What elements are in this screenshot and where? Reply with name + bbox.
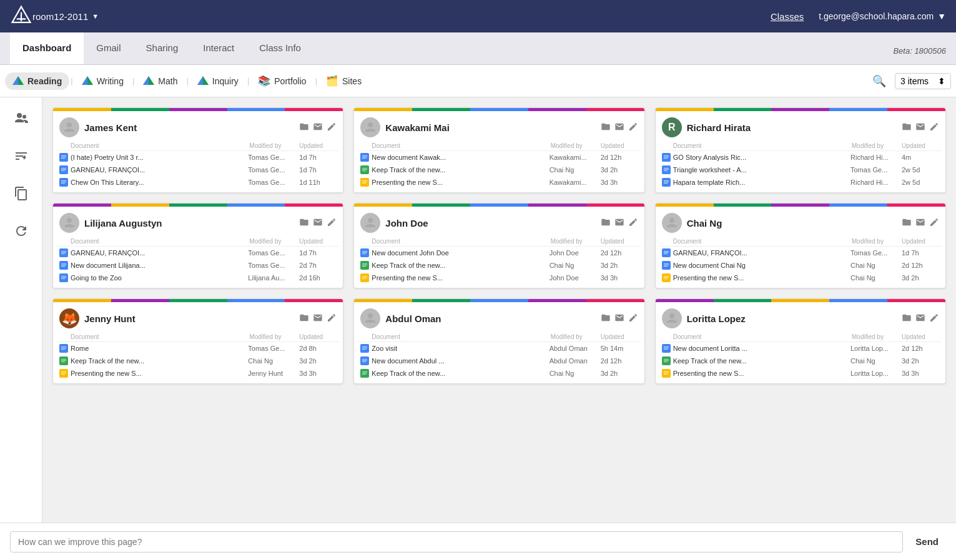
doc-row[interactable]: Presenting the new S...Chai Ng3d 2h [659,272,942,284]
folder-icon[interactable] [601,313,611,325]
doc-row[interactable]: Presenting the new S...John Doe3d 3h [358,272,640,284]
doc-row[interactable]: Triangle worksheet - A...Tomas Ge...2w 5… [659,164,942,176]
doc-table: DocumentModified byUpdatedRomeTomas Ge..… [53,332,343,383]
doc-table-header: DocumentModified byUpdated [659,332,942,342]
edit-icon[interactable] [929,313,939,325]
doc-row[interactable]: Presenting the new S...Loritta Lop...3d … [659,367,942,380]
folder-icon[interactable] [299,217,309,229]
doc-blue-icon [360,344,369,353]
doc-row[interactable]: Hapara template Rich...Richard Hi...2w 5… [659,176,942,189]
filter-portfolio[interactable]: 📚 Portfolio [250,71,313,91]
doc-row[interactable]: Chew On This Literary...Tomas Ge...1d 11… [57,176,339,189]
edit-icon[interactable] [628,313,638,325]
filter-sites[interactable]: 🗂️ Sites [318,71,369,91]
doc-row[interactable]: Zoo visitAbdul Oman5h 14m [358,342,640,355]
doc-row[interactable]: Presenting the new S...Jenny Hunt3d 3h [57,367,339,380]
student-grid: James KentDocumentModified byUpdated(I h… [42,97,956,523]
classes-link[interactable]: Classes [771,11,804,22]
student-card: Kawakami MaiDocumentModified byUpdatedNe… [353,107,644,193]
doc-row[interactable]: Going to the ZooLilijana Au...2d 16h [57,272,339,284]
beta-label: Beta: 1800506 [893,46,946,64]
svg-rect-23 [61,170,65,171]
refresh-icon[interactable] [10,220,32,242]
mail-icon[interactable] [614,217,624,229]
send-button[interactable]: Send [908,531,946,552]
edit-icon[interactable] [628,122,638,134]
search-button[interactable]: 🔍 [869,71,890,92]
doc-modified-by: Chai Ng [850,357,900,365]
room-selector[interactable]: room12-2011 ▼ [32,11,99,22]
filter-writing[interactable]: Writing [74,72,131,90]
mail-icon[interactable] [915,217,925,229]
students-icon[interactable] [10,107,32,130]
doc-row[interactable]: GARNEAU, FRANÇOI...Tomas Ge...1d 7h [57,164,339,176]
tab-interact[interactable]: Interact [190,32,247,64]
folder-icon[interactable] [902,122,912,134]
svg-rect-54 [61,277,66,278]
doc-modified-by: Richard Hi... [850,154,900,161]
folder-icon[interactable] [902,217,912,229]
mail-icon[interactable] [313,122,323,134]
student-name: Abdul Oman [385,313,595,324]
doc-row[interactable]: New document John DoeJohn Doe2d 12h [358,247,640,259]
tab-gmail[interactable]: Gmail [84,32,133,64]
doc-row[interactable]: New document Kawak...Kawakami...2d 12h [358,151,640,164]
sidebar [0,97,42,523]
student-card: John DoeDocumentModified byUpdatedNew do… [353,203,644,288]
svg-rect-44 [664,182,669,182]
edit-icon[interactable] [327,313,337,325]
sort-icon[interactable] [10,145,32,167]
doc-row[interactable]: New document Chai NgChai Ng2d 12h [659,259,942,272]
doc-row[interactable]: Keep Track of the new...Chai Ng3d 2h [358,367,640,380]
doc-updated: 2d 12h [601,249,638,257]
doc-row[interactable]: RomeTomas Ge...2d 8h [57,342,339,355]
doc-row[interactable]: New document Abdul ...Abdul Oman2d 12h [358,355,640,367]
doc-updated: 3d 3h [902,370,939,377]
filter-reading[interactable]: Reading [5,72,69,90]
tab-sharing[interactable]: Sharing [134,32,191,64]
folder-icon[interactable] [601,122,611,134]
edit-icon[interactable] [327,217,337,229]
filter-inquiry[interactable]: Inquiry [190,72,246,90]
svg-point-66 [669,218,674,223]
mail-icon[interactable] [313,217,323,229]
edit-icon[interactable] [929,122,939,134]
edit-icon[interactable] [628,217,638,229]
doc-row[interactable]: Presenting the new S...Kawakami...3d 3h [358,176,640,189]
doc-row[interactable]: New document Loritta ...Loritta Lop...2d… [659,342,942,355]
doc-row[interactable]: Keep Track of the new...Chai Ng3d 2h [57,355,339,367]
mail-icon[interactable] [915,122,925,134]
folder-icon[interactable] [299,122,309,134]
doc-row[interactable]: Keep Track of the new...Chai Ng3d 2h [358,164,640,176]
edit-icon[interactable] [327,122,337,134]
feedback-input[interactable] [10,531,903,553]
mail-icon[interactable] [614,313,624,325]
doc-row[interactable]: GARNEAU, FRANÇOI...Tomas Ge...1d 7h [659,247,942,259]
items-selector[interactable]: 3 items ⬍ [895,73,951,89]
copy-icon[interactable] [10,182,32,205]
card-actions [299,122,337,134]
user-email[interactable]: t.george@school.hapara.com ▼ [819,11,946,21]
tab-classinfo[interactable]: Class Info [247,32,313,64]
doc-name-cell: New document Chai Ng [662,261,849,270]
filter-math[interactable]: Math [136,72,185,90]
doc-name-cell: New document Loritta ... [662,344,849,353]
svg-rect-34 [362,180,367,181]
doc-row[interactable]: Keep Track of the new...Chai Ng3d 2h [358,259,640,272]
tab-dashboard[interactable]: Dashboard [10,32,84,64]
doc-row[interactable]: Keep Track of the new...Chai Ng3d 2h [659,355,942,367]
folder-icon[interactable] [299,313,309,325]
doc-row[interactable]: New document Lilijana...Tomas Ge...2d 7h [57,259,339,272]
mail-icon[interactable] [313,313,323,325]
folder-icon[interactable] [902,313,912,325]
sites-icon: 🗂️ [326,75,338,87]
doc-row[interactable]: GARNEAU, FRANÇOI...Tomas Ge...1d 7h [57,247,339,259]
folder-icon[interactable] [601,217,611,229]
doc-row[interactable]: (I hate) Poetry Unit 3 r...Tomas Ge...1d… [57,151,339,164]
mail-icon[interactable] [614,122,624,134]
doc-row[interactable]: GO Story Analysis Ric...Richard Hi...4m [659,151,942,164]
card-actions [299,313,337,325]
mail-icon[interactable] [915,313,925,325]
edit-icon[interactable] [929,217,939,229]
math-gdrive-icon [143,76,154,86]
